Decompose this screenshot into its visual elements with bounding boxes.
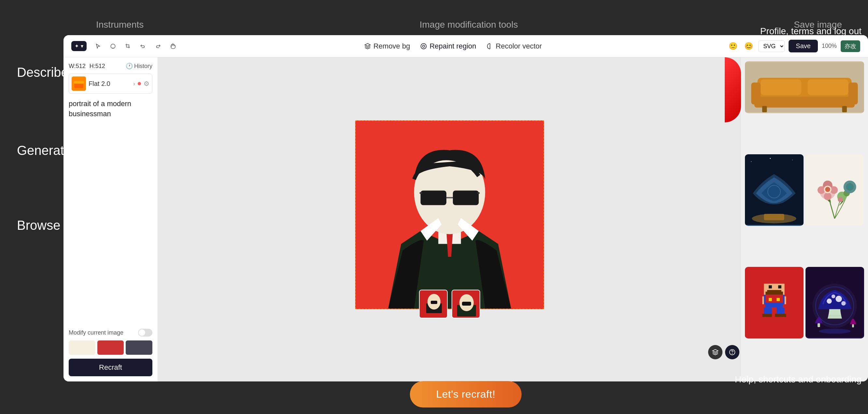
svg-point-42 xyxy=(824,193,831,200)
redo-button[interactable] xyxy=(152,40,164,53)
svg-point-83 xyxy=(732,353,733,354)
crop-tool-button[interactable] xyxy=(122,40,134,53)
thumbnail-1[interactable] xyxy=(419,290,448,318)
hand-tool-button[interactable] xyxy=(167,40,179,53)
recolor-vector-button[interactable]: Recolor vector xyxy=(487,42,542,51)
gallery-sofa[interactable] xyxy=(745,61,864,113)
emoji-button[interactable]: 🙂 xyxy=(727,40,739,52)
svg-point-73 xyxy=(827,298,832,304)
svg-point-2 xyxy=(423,45,425,47)
svg-rect-28 xyxy=(762,106,767,112)
zoom-label: 100% xyxy=(822,43,837,50)
browse-label: Browse xyxy=(17,218,60,233)
logo-dropdown-icon: ▾ xyxy=(81,43,83,49)
preset-settings-button[interactable]: ⚙ xyxy=(144,80,150,88)
layers-icon-button[interactable] xyxy=(708,345,722,359)
bottom-bar: Let's recraft! xyxy=(63,375,868,414)
width-label: W:512 xyxy=(69,63,86,70)
remove-bg-button[interactable]: Remove bg xyxy=(364,42,410,51)
svg-rect-66 xyxy=(775,314,786,317)
svg-rect-27 xyxy=(848,83,858,104)
lets-recraft-button[interactable]: Let's recraft! xyxy=(410,381,521,408)
svg-rect-36 xyxy=(764,214,784,220)
svg-rect-58 xyxy=(766,292,783,295)
svg-rect-12 xyxy=(477,192,479,194)
svg-rect-5 xyxy=(73,81,84,84)
gallery-flowers[interactable] xyxy=(805,154,864,226)
svg-rect-55 xyxy=(769,285,772,288)
color-swatch-3[interactable] xyxy=(126,341,152,355)
svg-point-80 xyxy=(819,329,850,334)
svg-marker-81 xyxy=(713,350,718,352)
color-swatch-2[interactable] xyxy=(97,341,124,355)
preset-arrow-icon: › xyxy=(133,81,135,87)
logo-icon: ✦ xyxy=(74,43,79,49)
color-swatch-1[interactable] xyxy=(69,341,95,355)
repaint-region-button[interactable]: Repaint region xyxy=(420,42,476,51)
height-label: H:512 xyxy=(90,63,105,70)
svg-rect-70 xyxy=(783,304,786,308)
svg-rect-29 xyxy=(842,106,847,112)
bottom-right-icons xyxy=(708,345,739,359)
modify-row: Modify current image xyxy=(69,329,152,337)
modify-label: Modify current image xyxy=(69,329,135,336)
app-wrapper: Instruments Image modification tools Sav… xyxy=(63,20,868,381)
history-button[interactable]: 🕐 History xyxy=(126,63,152,70)
clock-icon: 🕐 xyxy=(126,63,133,70)
save-button[interactable]: Save xyxy=(788,40,818,53)
toolbar: ✦ ▾ xyxy=(63,35,868,57)
colors-row xyxy=(69,341,152,355)
thumbnail-2[interactable] xyxy=(452,290,480,318)
svg-rect-26 xyxy=(751,83,761,104)
right-gallery xyxy=(741,57,868,381)
toolbar-left: ✦ ▾ xyxy=(71,40,179,53)
svg-point-47 xyxy=(838,197,843,202)
svg-rect-60 xyxy=(766,295,783,303)
main-area: ✦ ▾ xyxy=(63,35,868,381)
svg-point-50 xyxy=(848,185,852,189)
gallery-building[interactable] xyxy=(745,154,804,226)
select-tool-button[interactable] xyxy=(92,40,104,53)
svg-rect-68 xyxy=(785,296,786,304)
svg-rect-25 xyxy=(808,79,848,95)
svg-rect-11 xyxy=(420,192,422,194)
chinese-button[interactable]: 亦改 xyxy=(841,40,860,52)
svg-rect-62 xyxy=(776,298,780,301)
dimensions-row: W:512 H:512 🕐 History xyxy=(69,63,152,70)
svg-rect-9 xyxy=(420,191,446,205)
image-modification-label: Image modification tools xyxy=(420,20,518,30)
svg-rect-16 xyxy=(431,301,437,304)
svg-rect-20 xyxy=(462,302,471,306)
help-icon-button[interactable] xyxy=(725,345,739,359)
sticker-button[interactable]: 😊 xyxy=(743,40,754,52)
logo-button[interactable]: ✦ ▾ xyxy=(71,41,87,51)
format-select[interactable]: SVG xyxy=(758,40,785,52)
toolbar-center: Remove bg Repaint region Recolor vector xyxy=(179,42,727,51)
top-labels: Instruments Image modification tools Sav… xyxy=(63,20,868,30)
svg-rect-69 xyxy=(763,304,766,308)
lasso-tool-button[interactable] xyxy=(107,40,119,53)
preset-row[interactable]: Flat 2.0 › ⚙ xyxy=(69,73,152,94)
recraft-button[interactable]: Recraft xyxy=(69,359,152,376)
svg-point-33 xyxy=(770,158,771,159)
preset-thumbnail xyxy=(72,76,86,91)
gallery-mushroom[interactable] xyxy=(805,267,864,339)
svg-rect-61 xyxy=(769,298,772,301)
gallery-mario[interactable] xyxy=(745,267,804,339)
undo-button[interactable] xyxy=(137,40,149,53)
svg-rect-53 xyxy=(763,281,786,284)
left-panel: W:512 H:512 🕐 History Flat 2.0 › xyxy=(63,57,158,381)
recolor-vector-label: Recolor vector xyxy=(496,42,542,51)
prompt-text: portrait of a modern businessman xyxy=(69,98,152,120)
svg-point-76 xyxy=(841,301,846,306)
svg-rect-63 xyxy=(764,308,772,314)
preset-name: Flat 2.0 xyxy=(89,80,130,88)
main-canvas-image[interactable] xyxy=(355,120,544,309)
modify-toggle[interactable] xyxy=(138,329,152,337)
svg-point-31 xyxy=(751,161,751,162)
svg-rect-78 xyxy=(817,323,820,327)
svg-rect-56 xyxy=(778,285,781,288)
svg-rect-67 xyxy=(763,296,764,304)
svg-rect-64 xyxy=(776,308,784,314)
generate-label: Generate xyxy=(17,143,71,158)
